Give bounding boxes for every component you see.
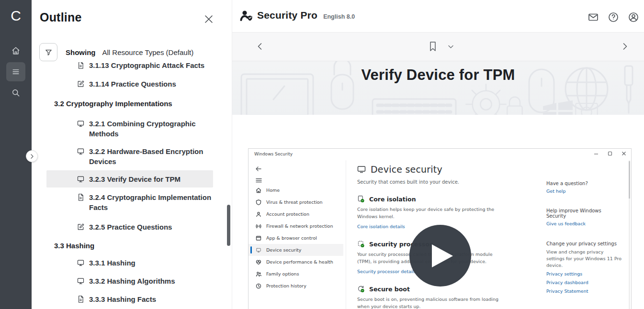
win-help-link[interactable]: Give us feedback — [546, 221, 622, 227]
win-nav-label: Protection history — [266, 283, 306, 288]
boot-check-icon — [357, 285, 365, 293]
messages-button[interactable] — [588, 11, 599, 23]
outline-item-label: 3.1.14 Practice Questions — [89, 79, 176, 89]
win-section: Secure bootSecure boot is on, preventing… — [357, 285, 501, 309]
win-nav-label: Family options — [266, 271, 299, 276]
win-nav: HomeVirus & threat protectionAccount pro… — [249, 184, 343, 292]
shield-icon — [256, 199, 261, 205]
play-icon — [432, 244, 453, 267]
close-icon — [203, 13, 215, 25]
win-help-group: Help improve Windows SecurityGive us fee… — [546, 208, 622, 227]
outline-section-header: 3.2 Cryptography Implementations — [54, 99, 232, 109]
user-icon — [628, 11, 639, 23]
filter-funnel-icon — [45, 48, 53, 56]
bookmark-icon — [428, 41, 438, 52]
person-icon — [256, 211, 261, 217]
search-button[interactable] — [6, 83, 25, 102]
home-icon — [256, 188, 261, 193]
win-nav-label: Device security — [266, 247, 301, 253]
outline-item[interactable]: 3.2.5 Practice Questions — [77, 221, 232, 233]
outline-item[interactable]: 3.1.14 Practice Questions — [77, 78, 232, 90]
video-player[interactable]: Windows Security HomeVirus & threat prot… — [248, 148, 632, 309]
radio-icon — [256, 223, 261, 229]
win-divider — [346, 160, 346, 309]
monitor-icon — [256, 247, 261, 253]
outline-item[interactable]: 3.2.4 Cryptographic Implementation Facts — [77, 191, 232, 213]
win-nav-item[interactable]: Virus & threat protection — [249, 196, 343, 208]
outline-item-label: 3.2.2 Hardware-Based Encryption Devices — [89, 146, 212, 166]
outline-item[interactable]: 3.1.13 Cryptographic Attack Facts — [77, 62, 232, 71]
win-section-header: Secure boot — [357, 285, 501, 293]
filter-label: Showing — [66, 48, 96, 56]
outline-menu-button[interactable] — [6, 62, 25, 81]
close-outline-button[interactable] — [203, 13, 215, 25]
win-nav-item[interactable]: Device performance & health — [249, 256, 343, 268]
pencil-icon — [77, 80, 85, 88]
win-help-link[interactable]: Privacy Statement — [546, 288, 622, 295]
previous-lesson-button[interactable] — [256, 42, 264, 51]
win-help-group: Have a question?Get help — [546, 181, 622, 195]
maximize-icon[interactable] — [608, 151, 612, 156]
outline-item[interactable]: 3.2.1 Combining Cryptographic Methods — [77, 118, 232, 140]
win-help-link[interactable]: Get help — [546, 188, 622, 195]
account-button[interactable] — [628, 11, 639, 23]
outline-scrollbar-thumb[interactable] — [227, 205, 230, 246]
outline-item-label: 3.3.2 Hashing Algorithms — [89, 276, 175, 286]
appwindow-icon — [256, 235, 261, 241]
win-menu-icon[interactable] — [256, 178, 262, 183]
win-nav-label: Firewall & network protection — [266, 223, 333, 229]
help-button[interactable] — [608, 11, 619, 23]
outline-item[interactable]: 3.2.2 Hardware-Based Encryption Devices — [77, 145, 232, 167]
win-help-title: Change your privacy settings — [546, 241, 622, 246]
collapse-panel-button[interactable] — [26, 150, 38, 162]
chevron-down-icon — [448, 44, 454, 49]
win-nav-item[interactable]: Home — [249, 184, 343, 196]
outline-item-label: 3.2.5 Practice Questions — [89, 222, 172, 232]
monitor-icon — [77, 120, 85, 128]
outline-list: 3.1.13 Cryptographic Attack Facts3.1.14 … — [32, 62, 232, 309]
search-icon — [11, 88, 21, 98]
history-icon — [256, 283, 261, 289]
health-icon — [256, 259, 261, 265]
win-help-link[interactable]: Privacy settings — [546, 271, 622, 277]
win-section-link[interactable]: Core isolation details — [357, 224, 405, 229]
win-back-icon[interactable] — [256, 166, 261, 172]
main-area: Security Pro English 8.0 — [232, 0, 644, 309]
next-lesson-button[interactable] — [621, 42, 629, 51]
close-icon[interactable] — [621, 151, 626, 156]
monitor-icon — [77, 259, 85, 267]
decorative-camera-icon — [567, 101, 606, 115]
win-section-header: Core isolation — [357, 195, 501, 203]
outline-item[interactable]: 3.3.3 Hashing Facts — [77, 293, 232, 305]
filter-button[interactable] — [39, 43, 57, 61]
filter-value: All Resource Types (Default) — [102, 48, 194, 56]
win-nav-item[interactable]: Family options — [249, 268, 343, 280]
win-scrollbar-thumb[interactable] — [629, 161, 630, 199]
family-icon — [256, 271, 261, 277]
win-nav-label: Device performance & health — [266, 259, 333, 265]
bookmark-menu-button[interactable] — [448, 44, 454, 49]
win-nav-item-selected[interactable]: Device security — [249, 244, 343, 256]
header-actions — [588, 11, 639, 23]
minimize-icon[interactable] — [594, 151, 599, 156]
document-icon — [77, 62, 85, 69]
outline-title: Outline — [40, 11, 82, 24]
win-help-link[interactable]: Privacy dashboard — [546, 279, 622, 286]
outline-item-selected[interactable]: 3.2.3 Verify Device for TPM — [46, 170, 213, 188]
video-play-button[interactable] — [409, 225, 471, 287]
win-section-link[interactable]: Security processor details — [357, 269, 416, 274]
app-root: C Outline — [0, 0, 644, 309]
win-nav-item[interactable]: Account protection — [249, 208, 343, 220]
win-nav-item[interactable]: Protection history — [249, 280, 343, 292]
win-nav-label: Account protection — [266, 211, 309, 217]
win-nav-item[interactable]: Firewall & network protection — [249, 220, 343, 232]
outline-item[interactable]: 3.3.1 Hashing — [77, 257, 232, 269]
pencil-icon — [77, 223, 85, 231]
video-window-titlebar: Windows Security — [249, 149, 631, 159]
outline-item[interactable]: 3.3.2 Hashing Algorithms — [77, 275, 232, 287]
bookmark-button[interactable] — [428, 41, 438, 52]
win-nav-item[interactable]: App & browser control — [249, 232, 343, 244]
home-button[interactable] — [6, 41, 25, 60]
outline-item-label: 3.2.1 Combining Cryptographic Methods — [89, 119, 212, 139]
decorative-keyboard-icon — [371, 98, 457, 115]
